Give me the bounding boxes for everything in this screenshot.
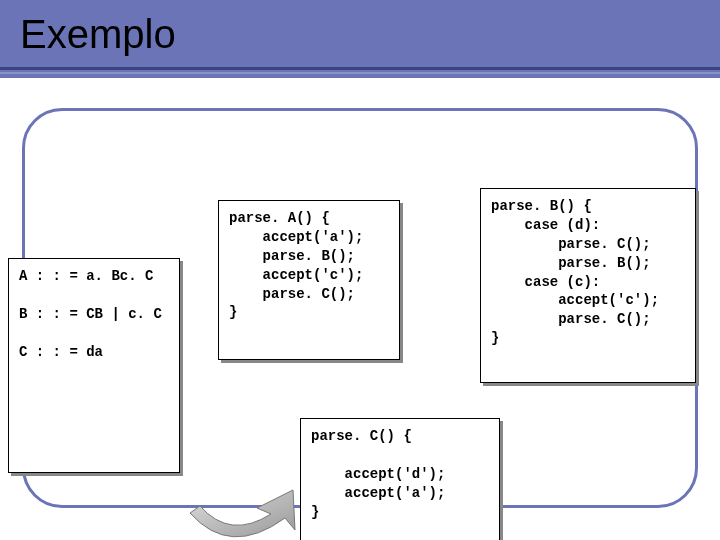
content-area: A : : = a. Bc. C B : : = CB | c. C C : :…	[0, 78, 720, 540]
underline-light	[0, 72, 720, 74]
parseC-box: parse. C() { accept('d'); accept('a'); }	[300, 418, 500, 540]
underline-dark	[0, 67, 720, 70]
slide-title: Exemplo	[20, 0, 720, 57]
title-band: Exemplo	[0, 0, 720, 78]
parseB-box: parse. B() { case (d): parse. C(); parse…	[480, 188, 696, 383]
grammar-box: A : : = a. Bc. C B : : = CB | c. C C : :…	[8, 258, 180, 473]
parseA-box: parse. A() { accept('a'); parse. B(); ac…	[218, 200, 400, 360]
curved-arrow-icon	[175, 478, 305, 540]
